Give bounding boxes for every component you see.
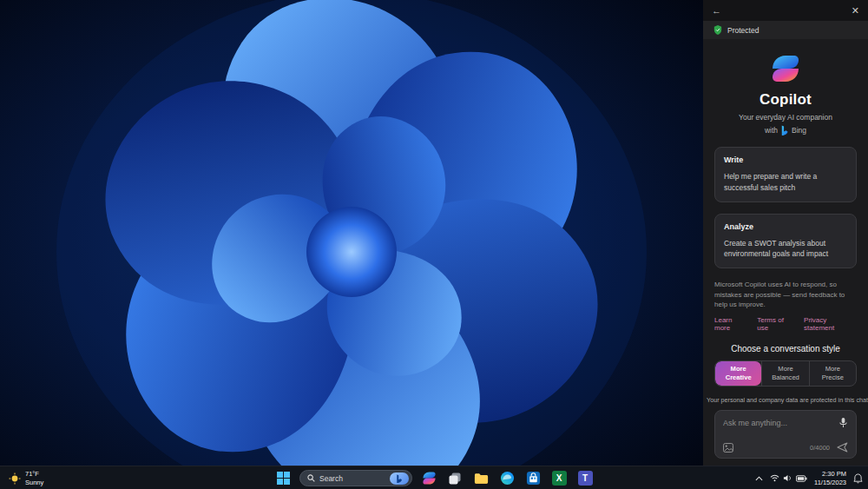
screen: ← ✕ Protected Copilot Your everyday AI c… xyxy=(0,0,868,489)
card-title: Analyze xyxy=(724,222,847,231)
learn-more-link[interactable]: Learn more xyxy=(714,316,748,332)
weather-temp: 71°F xyxy=(25,470,43,478)
weather-sun-icon xyxy=(9,472,21,485)
card-body: Help me prepare and write a successful s… xyxy=(724,171,847,194)
copilot-subtitle: Your everyday AI companion xyxy=(714,113,857,122)
suggestion-card-write[interactable]: Write Help me prepare and write a succes… xyxy=(714,147,857,202)
notification-bell-icon[interactable] xyxy=(853,473,863,484)
taskbar-app-store[interactable] xyxy=(523,469,542,488)
start-button[interactable] xyxy=(273,469,293,488)
windows-logo-icon xyxy=(277,472,290,485)
taskbar-center: Search xyxy=(273,466,595,489)
style-more-precise[interactable]: More Precise xyxy=(809,361,856,386)
folder-icon xyxy=(474,472,489,485)
copilot-hero: Copilot Your everyday AI companion with … xyxy=(714,53,857,135)
close-icon[interactable]: ✕ xyxy=(852,6,859,16)
back-icon[interactable]: ← xyxy=(712,6,721,16)
style-more-balanced[interactable]: More Balanced xyxy=(761,361,808,386)
taskbar: 71°F Sunny Search xyxy=(0,466,868,489)
with-label: with xyxy=(765,126,778,135)
desktop[interactable] xyxy=(0,0,703,466)
bing-label: Bing xyxy=(792,126,806,135)
legal-links: Learn more Terms of use Privacy statemen… xyxy=(714,316,857,332)
protected-label: Protected xyxy=(727,26,759,35)
taskbar-search[interactable]: Search xyxy=(299,470,412,486)
terms-of-use-link[interactable]: Terms of use xyxy=(757,316,795,332)
copilot-panel: ← ✕ Protected Copilot Your everyday AI c… xyxy=(703,0,868,466)
taskbar-app-teams[interactable]: T xyxy=(575,469,595,488)
taskbar-app-task-view[interactable] xyxy=(445,469,464,488)
bing-icon xyxy=(780,125,789,135)
weather-widget[interactable]: 71°F Sunny xyxy=(5,466,47,489)
excel-icon: X xyxy=(552,471,567,486)
taskbar-app-edge[interactable] xyxy=(497,469,516,488)
privacy-statement-link[interactable]: Privacy statement xyxy=(804,316,857,332)
copilot-title: Copilot xyxy=(714,91,857,109)
conversation-style-title: Choose a conversation style xyxy=(714,344,857,354)
weather-condition: Sunny xyxy=(25,479,43,486)
copilot-logo-icon xyxy=(770,53,801,84)
style-more-creative[interactable]: More Creative xyxy=(715,361,761,386)
protected-badge: Protected xyxy=(703,21,868,39)
taskbar-app-copilot[interactable] xyxy=(419,469,438,488)
chat-input-box: 0/4000 xyxy=(714,410,857,459)
task-view-icon xyxy=(448,472,462,486)
clock-date: 11/15/2023 xyxy=(814,479,846,486)
with-bing-row: with Bing xyxy=(714,125,857,135)
taskbar-app-excel[interactable]: X xyxy=(549,469,569,488)
microphone-icon[interactable] xyxy=(838,417,848,428)
conversation-style-toggle: More Creative More Balanced More Precise xyxy=(714,360,857,387)
shield-icon xyxy=(713,25,722,35)
clock-time: 2:30 PM xyxy=(814,470,846,478)
panel-titlebar: ← ✕ xyxy=(703,0,868,21)
data-protection-note: Your personal and company data are prote… xyxy=(714,396,857,404)
copilot-app-icon xyxy=(422,471,437,486)
search-placeholder: Search xyxy=(319,474,385,483)
volume-icon xyxy=(783,474,792,482)
taskbar-clock[interactable]: 2:30 PM 11/15/2023 xyxy=(814,470,846,486)
search-bing-badge[interactable] xyxy=(390,472,409,485)
suggestion-card-analyze[interactable]: Analyze Create a SWOT analysis about env… xyxy=(714,214,857,269)
edge-icon xyxy=(500,471,515,486)
ai-disclaimer: Microsoft Copilot uses AI to respond, so… xyxy=(714,280,857,310)
battery-icon xyxy=(796,475,807,482)
tray-chevron-up-icon[interactable] xyxy=(755,476,763,481)
system-tray: 2:30 PM 11/15/2023 xyxy=(755,466,863,489)
store-icon xyxy=(526,471,541,486)
send-icon[interactable] xyxy=(837,442,848,453)
char-counter: 0/4000 xyxy=(810,444,830,452)
card-title: Write xyxy=(724,155,847,164)
chat-input[interactable] xyxy=(723,419,833,427)
taskbar-app-file-explorer[interactable] xyxy=(471,469,490,488)
wifi-icon xyxy=(770,474,779,482)
teams-icon: T xyxy=(578,471,593,486)
tray-status-icons[interactable] xyxy=(770,474,807,482)
wallpaper-bloom xyxy=(0,0,703,466)
bing-icon xyxy=(396,474,403,483)
image-upload-icon[interactable] xyxy=(723,443,733,453)
search-icon xyxy=(307,474,315,482)
card-body: Create a SWOT analysis about environment… xyxy=(724,238,847,261)
